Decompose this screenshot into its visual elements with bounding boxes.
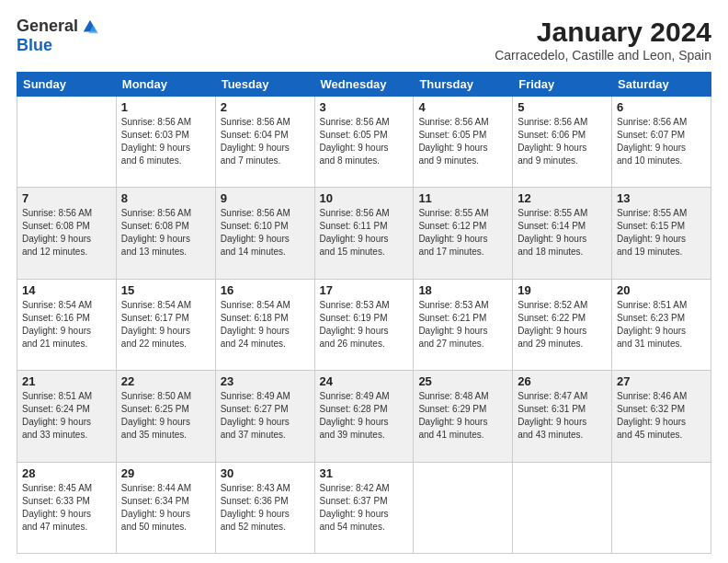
day-number: 23 bbox=[221, 374, 310, 388]
cell-w2-d5: 19Sunrise: 8:52 AM Sunset: 6:22 PM Dayli… bbox=[513, 279, 612, 370]
day-info: Sunrise: 8:45 AM Sunset: 6:33 PM Dayligh… bbox=[22, 482, 111, 534]
subtitle: Carracedelo, Castille and Leon, Spain bbox=[495, 48, 711, 63]
main-title: January 2024 bbox=[495, 17, 711, 48]
day-info: Sunrise: 8:53 AM Sunset: 6:19 PM Dayligh… bbox=[320, 299, 409, 350]
day-number: 24 bbox=[320, 374, 409, 388]
day-number: 1 bbox=[121, 100, 210, 114]
day-info: Sunrise: 8:56 AM Sunset: 6:07 PM Dayligh… bbox=[617, 116, 706, 167]
day-number: 19 bbox=[518, 283, 607, 297]
cell-w3-d5: 26Sunrise: 8:47 AM Sunset: 6:31 PM Dayli… bbox=[513, 371, 612, 462]
day-number: 22 bbox=[121, 374, 210, 388]
day-info: Sunrise: 8:49 AM Sunset: 6:28 PM Dayligh… bbox=[320, 390, 409, 442]
cell-w4-d2: 30Sunrise: 8:43 AM Sunset: 6:36 PM Dayli… bbox=[215, 462, 314, 553]
cell-w3-d1: 22Sunrise: 8:50 AM Sunset: 6:25 PM Dayli… bbox=[116, 371, 215, 462]
cell-w0-d1: 1Sunrise: 8:56 AM Sunset: 6:03 PM Daylig… bbox=[116, 97, 215, 188]
header-friday: Friday bbox=[513, 73, 612, 97]
cell-w2-d2: 16Sunrise: 8:54 AM Sunset: 6:18 PM Dayli… bbox=[215, 279, 314, 370]
day-number: 15 bbox=[121, 283, 210, 297]
week-row-0: 1Sunrise: 8:56 AM Sunset: 6:03 PM Daylig… bbox=[17, 97, 711, 188]
day-number: 31 bbox=[320, 466, 409, 480]
day-info: Sunrise: 8:55 AM Sunset: 6:14 PM Dayligh… bbox=[518, 207, 607, 259]
logo-general-text: General bbox=[17, 17, 78, 36]
day-number: 26 bbox=[518, 374, 607, 388]
cell-w3-d3: 24Sunrise: 8:49 AM Sunset: 6:28 PM Dayli… bbox=[314, 371, 414, 462]
day-number: 30 bbox=[221, 466, 310, 480]
calendar-table: Sunday Monday Tuesday Wednesday Thursday… bbox=[17, 72, 711, 554]
day-number: 8 bbox=[121, 191, 210, 205]
day-info: Sunrise: 8:48 AM Sunset: 6:29 PM Dayligh… bbox=[418, 390, 507, 442]
day-info: Sunrise: 8:47 AM Sunset: 6:31 PM Dayligh… bbox=[518, 390, 607, 442]
page: General Blue January 2024 Carracedelo, C… bbox=[0, 0, 728, 563]
day-number: 20 bbox=[617, 283, 706, 297]
day-number: 5 bbox=[518, 100, 607, 114]
day-number: 7 bbox=[22, 191, 111, 205]
day-info: Sunrise: 8:56 AM Sunset: 6:03 PM Dayligh… bbox=[121, 116, 210, 167]
day-number: 9 bbox=[221, 191, 310, 205]
header-tuesday: Tuesday bbox=[215, 73, 314, 97]
day-number: 21 bbox=[22, 374, 111, 388]
day-number: 13 bbox=[617, 191, 706, 205]
day-number: 29 bbox=[121, 466, 210, 480]
day-info: Sunrise: 8:56 AM Sunset: 6:11 PM Dayligh… bbox=[320, 207, 409, 259]
day-info: Sunrise: 8:49 AM Sunset: 6:27 PM Dayligh… bbox=[221, 390, 310, 442]
day-info: Sunrise: 8:44 AM Sunset: 6:34 PM Dayligh… bbox=[121, 482, 210, 534]
cell-w4-d1: 29Sunrise: 8:44 AM Sunset: 6:34 PM Dayli… bbox=[116, 462, 215, 553]
day-number: 18 bbox=[418, 283, 507, 297]
day-info: Sunrise: 8:52 AM Sunset: 6:22 PM Dayligh… bbox=[518, 299, 607, 350]
day-number: 3 bbox=[320, 100, 409, 114]
day-number: 28 bbox=[22, 466, 111, 480]
week-row-1: 7Sunrise: 8:56 AM Sunset: 6:08 PM Daylig… bbox=[17, 188, 711, 279]
cell-w0-d0 bbox=[17, 97, 117, 188]
header-monday: Monday bbox=[116, 73, 215, 97]
day-info: Sunrise: 8:46 AM Sunset: 6:32 PM Dayligh… bbox=[617, 390, 706, 442]
day-info: Sunrise: 8:55 AM Sunset: 6:12 PM Dayligh… bbox=[418, 207, 507, 259]
header: General Blue January 2024 Carracedelo, C… bbox=[17, 17, 711, 63]
cell-w2-d6: 20Sunrise: 8:51 AM Sunset: 6:23 PM Dayli… bbox=[612, 279, 711, 370]
cell-w1-d4: 11Sunrise: 8:55 AM Sunset: 6:12 PM Dayli… bbox=[414, 188, 513, 279]
day-number: 10 bbox=[320, 191, 409, 205]
cell-w3-d2: 23Sunrise: 8:49 AM Sunset: 6:27 PM Dayli… bbox=[215, 371, 314, 462]
day-number: 17 bbox=[320, 283, 409, 297]
header-sunday: Sunday bbox=[17, 73, 117, 97]
cell-w0-d2: 2Sunrise: 8:56 AM Sunset: 6:04 PM Daylig… bbox=[215, 97, 314, 188]
header-thursday: Thursday bbox=[414, 73, 513, 97]
day-number: 4 bbox=[418, 100, 507, 114]
day-number: 14 bbox=[22, 283, 111, 297]
header-saturday: Saturday bbox=[612, 73, 711, 97]
day-info: Sunrise: 8:50 AM Sunset: 6:25 PM Dayligh… bbox=[121, 390, 210, 442]
cell-w3-d6: 27Sunrise: 8:46 AM Sunset: 6:32 PM Dayli… bbox=[612, 371, 711, 462]
cell-w2-d3: 17Sunrise: 8:53 AM Sunset: 6:19 PM Dayli… bbox=[314, 279, 414, 370]
day-info: Sunrise: 8:55 AM Sunset: 6:15 PM Dayligh… bbox=[617, 207, 706, 259]
day-info: Sunrise: 8:56 AM Sunset: 6:08 PM Dayligh… bbox=[121, 207, 210, 259]
day-number: 16 bbox=[221, 283, 310, 297]
day-number: 27 bbox=[617, 374, 706, 388]
day-info: Sunrise: 8:54 AM Sunset: 6:16 PM Dayligh… bbox=[22, 299, 111, 350]
cell-w0-d5: 5Sunrise: 8:56 AM Sunset: 6:06 PM Daylig… bbox=[513, 97, 612, 188]
cell-w2-d1: 15Sunrise: 8:54 AM Sunset: 6:17 PM Dayli… bbox=[116, 279, 215, 370]
cell-w0-d6: 6Sunrise: 8:56 AM Sunset: 6:07 PM Daylig… bbox=[612, 97, 711, 188]
day-number: 12 bbox=[518, 191, 607, 205]
week-row-2: 14Sunrise: 8:54 AM Sunset: 6:16 PM Dayli… bbox=[17, 279, 711, 370]
day-info: Sunrise: 8:54 AM Sunset: 6:17 PM Dayligh… bbox=[121, 299, 210, 350]
day-info: Sunrise: 8:56 AM Sunset: 6:10 PM Dayligh… bbox=[221, 207, 310, 259]
day-number: 2 bbox=[221, 100, 310, 114]
day-number: 6 bbox=[617, 100, 706, 114]
cell-w0-d4: 4Sunrise: 8:56 AM Sunset: 6:05 PM Daylig… bbox=[414, 97, 513, 188]
title-block: January 2024 Carracedelo, Castille and L… bbox=[495, 17, 711, 63]
cell-w2-d4: 18Sunrise: 8:53 AM Sunset: 6:21 PM Dayli… bbox=[414, 279, 513, 370]
day-info: Sunrise: 8:54 AM Sunset: 6:18 PM Dayligh… bbox=[221, 299, 310, 350]
cell-w4-d4 bbox=[414, 462, 513, 553]
cell-w2-d0: 14Sunrise: 8:54 AM Sunset: 6:16 PM Dayli… bbox=[17, 279, 117, 370]
cell-w4-d6 bbox=[612, 462, 711, 553]
cell-w3-d4: 25Sunrise: 8:48 AM Sunset: 6:29 PM Dayli… bbox=[414, 371, 513, 462]
day-info: Sunrise: 8:53 AM Sunset: 6:21 PM Dayligh… bbox=[418, 299, 507, 350]
day-info: Sunrise: 8:43 AM Sunset: 6:36 PM Dayligh… bbox=[221, 482, 310, 534]
logo: General Blue bbox=[17, 17, 98, 55]
cell-w4-d0: 28Sunrise: 8:45 AM Sunset: 6:33 PM Dayli… bbox=[17, 462, 117, 553]
day-info: Sunrise: 8:56 AM Sunset: 6:05 PM Dayligh… bbox=[320, 116, 409, 167]
day-number: 25 bbox=[418, 374, 507, 388]
cell-w4-d5 bbox=[513, 462, 612, 553]
day-info: Sunrise: 8:51 AM Sunset: 6:23 PM Dayligh… bbox=[617, 299, 706, 350]
cell-w3-d0: 21Sunrise: 8:51 AM Sunset: 6:24 PM Dayli… bbox=[17, 371, 117, 462]
day-info: Sunrise: 8:56 AM Sunset: 6:05 PM Dayligh… bbox=[418, 116, 507, 167]
